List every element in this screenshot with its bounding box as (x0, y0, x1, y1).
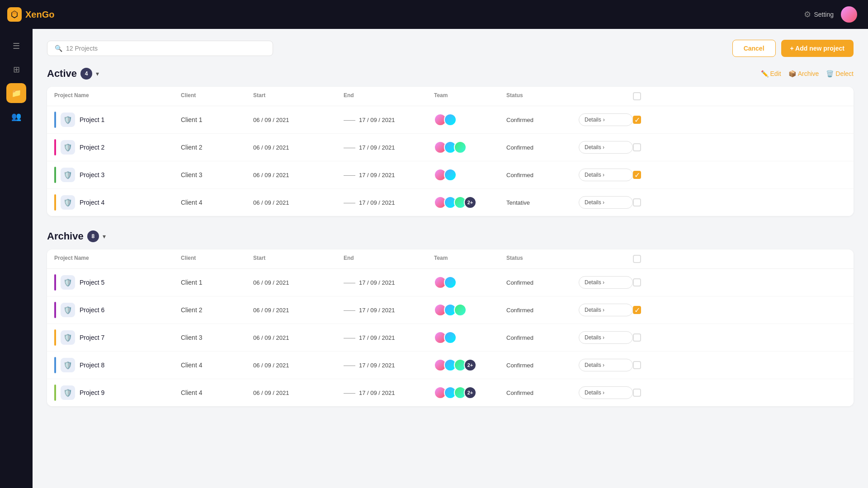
menu-icon: ☰ (13, 41, 20, 51)
col-check-header (633, 255, 651, 263)
client-name: Client 2 (181, 144, 253, 151)
topbar: XenGo ⚙ Setting (0, 0, 868, 29)
details-button[interactable]: Details › (579, 304, 633, 316)
color-stripe (54, 139, 56, 155)
project-name: Project 1 (80, 116, 104, 123)
topbar-right: ⚙ Setting (804, 6, 857, 23)
status: Tentative (506, 199, 579, 206)
color-stripe (54, 274, 56, 291)
col-client: Client (181, 92, 253, 100)
archive-button[interactable]: 📦 Archive (788, 70, 819, 77)
folder-icon: 📁 (11, 88, 21, 98)
select-all-active[interactable] (633, 92, 641, 100)
color-stripe (54, 302, 56, 318)
details-button[interactable]: Details › (579, 386, 633, 399)
chevron-right-icon: › (603, 117, 605, 123)
row-checkbox[interactable]: ✓ (633, 306, 641, 314)
project-icon: 🛡️ (61, 275, 75, 290)
row-checkbox[interactable] (633, 389, 641, 397)
sidebar-item-grid[interactable]: ⊞ (6, 60, 26, 80)
col-project-name: Project name (54, 92, 181, 100)
project-name-cell: 🛡️ Project 6 (54, 302, 181, 318)
color-stripe (54, 194, 56, 211)
archive-table-header: Project name Client Start End Team Statu… (47, 249, 854, 269)
details-button[interactable]: Details › (579, 276, 633, 289)
client-name: Client 4 (181, 389, 253, 396)
delete-button[interactable]: 🗑️ Delect (826, 70, 854, 77)
project-name: Project 2 (80, 144, 104, 151)
status: Confirmed (506, 144, 579, 151)
project-name-cell: 🛡️ Project 7 (54, 329, 181, 346)
archive-section-title: Archive (47, 230, 84, 242)
details-button[interactable]: Details › (579, 196, 633, 209)
select-all-archive[interactable] (633, 255, 641, 263)
active-count-badge: 4 (80, 68, 92, 80)
row-checkbox[interactable] (633, 361, 641, 369)
search-box[interactable]: 🔍 12 Projects (47, 41, 273, 56)
active-chevron-icon[interactable]: ▾ (96, 70, 99, 77)
add-new-project-button[interactable]: + Add new project (781, 40, 854, 57)
col-client: Client (181, 255, 253, 263)
status: Confirmed (506, 362, 579, 369)
project-name: Project 8 (80, 361, 104, 369)
logo-icon (7, 7, 22, 22)
date-start: 06 / 09 / 2021 (253, 172, 344, 178)
table-row: 🛡️ Project 7 Client 3 06 / 09 / 2021 ——1… (47, 324, 854, 352)
row-checkbox[interactable]: ✓ (633, 171, 641, 179)
active-section: Active 4 ▾ ✏️ Edit 📦 Archive 🗑️ D (47, 68, 854, 216)
active-section-title: Active (47, 68, 77, 80)
user-avatar[interactable] (841, 6, 857, 23)
search-text: 12 Projects (66, 45, 98, 52)
team-icon: 👥 (11, 112, 21, 122)
project-icon: 🛡️ (61, 358, 75, 372)
archive-chevron-icon[interactable]: ▾ (103, 233, 106, 240)
project-icon: 🛡️ (61, 113, 75, 127)
table-row: 🛡️ Project 1 Client 1 06 / 09 / 2021 —— … (47, 106, 854, 134)
col-start: Start (253, 255, 344, 263)
table-row: 🛡️ Project 6 Client 2 06 / 09 / 2021 ——1… (47, 296, 854, 324)
sidebar-item-menu[interactable]: ☰ (6, 36, 26, 56)
date-end: ——17 / 09 / 2021 (344, 199, 434, 206)
team-avatars (434, 141, 506, 154)
archive-icon: 📦 (788, 70, 796, 77)
details-button[interactable]: Details › (579, 141, 633, 154)
sidebar-item-team[interactable]: 👥 (6, 107, 26, 127)
row-checkbox[interactable] (633, 333, 641, 342)
project-icon: 🛡️ (61, 330, 75, 345)
avatar (444, 169, 457, 181)
project-name-cell: 🛡️ Project 3 (54, 167, 181, 183)
date-start: 06 / 09 / 2021 (253, 362, 344, 369)
col-actions (579, 92, 633, 100)
row-checkbox[interactable] (633, 198, 641, 206)
avatar (444, 276, 457, 289)
project-name: Project 6 (80, 306, 104, 314)
active-section-header: Active 4 ▾ ✏️ Edit 📦 Archive 🗑️ D (47, 68, 854, 80)
avatar (454, 304, 467, 316)
color-stripe (54, 112, 56, 128)
col-status: Status (506, 92, 579, 100)
details-button[interactable]: Details › (579, 113, 633, 126)
row-checkbox[interactable] (633, 143, 641, 151)
sidebar-item-folder[interactable]: 📁 (6, 83, 26, 103)
client-name: Client 4 (181, 199, 253, 206)
details-button[interactable]: Details › (579, 169, 633, 181)
setting-label: Setting (814, 11, 834, 18)
date-start: 06 / 09 / 2021 (253, 144, 344, 151)
date-start: 06 / 09 / 2021 (253, 279, 344, 286)
project-name-cell: 🛡️ Project 5 (54, 274, 181, 291)
row-checkbox[interactable] (633, 278, 641, 286)
project-icon: 🛡️ (61, 195, 75, 210)
date-end: ——17 / 09 / 2021 (344, 307, 434, 314)
details-button[interactable]: Details › (579, 331, 633, 344)
date-start: 06 / 09 / 2021 (253, 199, 344, 206)
setting-button[interactable]: ⚙ Setting (804, 9, 834, 19)
date-end: ——17 / 09 / 2021 (344, 362, 434, 369)
edit-button[interactable]: ✏️ Edit (761, 70, 781, 77)
status: Confirmed (506, 279, 579, 286)
col-team: Team (434, 92, 506, 100)
action-buttons: Cancel + Add new project (732, 40, 854, 57)
details-button[interactable]: Details › (579, 359, 633, 371)
table-row: 🛡️ Project 8 Client 4 06 / 09 / 2021 ——1… (47, 352, 854, 379)
cancel-button[interactable]: Cancel (732, 40, 776, 57)
row-checkbox[interactable]: ✓ (633, 116, 641, 124)
